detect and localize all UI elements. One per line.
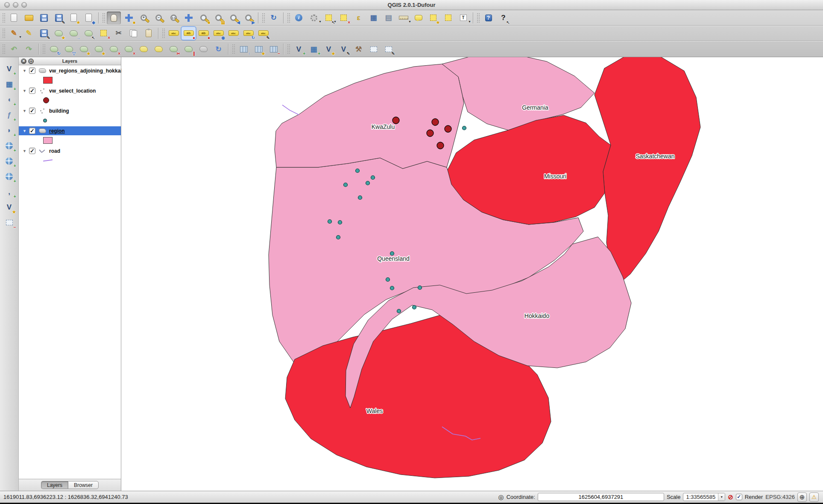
toggle-editing-button[interactable]: ✎ (22, 27, 36, 40)
labeling-button[interactable]: abc (167, 27, 181, 40)
split-features-button[interactable]: ✂ (167, 43, 181, 55)
zoom-to-layer-button[interactable]: ▤ (211, 12, 226, 24)
new-bookmark-button[interactable]: ★ (426, 12, 440, 24)
save-project-as-button[interactable]: ✎ (52, 12, 66, 24)
grass-close-mapset-button[interactable]: − (267, 43, 281, 55)
region-kwazulu[interactable] (275, 64, 464, 169)
grass-display-region-button[interactable] (366, 43, 381, 55)
zoom-last-button[interactable]: ◀ (226, 12, 240, 24)
move-feature-button[interactable]: → (67, 27, 81, 40)
node-tool-button[interactable]: ↖ (82, 27, 96, 40)
render-checkbox[interactable]: ✓ (736, 494, 742, 500)
map-canvas[interactable]: KwaZuluGermaniaMissouriSaskatchewanQueen… (121, 57, 823, 491)
layer-visibility-checkbox[interactable]: ✓ (29, 128, 35, 134)
remove-layer-button[interactable]: − (2, 216, 17, 229)
message-log-button[interactable]: ⚠ (809, 492, 819, 502)
add-ring-button[interactable]: ★ (77, 43, 91, 55)
show-bookmarks-button[interactable] (441, 12, 455, 24)
open-project-button[interactable] (22, 12, 36, 24)
identify-features-button[interactable]: i (292, 12, 306, 24)
zoom-in-button[interactable]: + (137, 12, 151, 24)
add-feature-button[interactable]: ★ (52, 27, 66, 40)
text-annotation-dropdown-icon[interactable]: ▼ (468, 20, 471, 23)
zoom-native-button[interactable]: 1:1 (167, 12, 181, 24)
label-properties-button[interactable]: abc✎ (256, 27, 270, 40)
pin-labels-button[interactable]: abc→ (226, 27, 240, 40)
add-postgis-layer-button[interactable]: ◖+ (2, 93, 17, 106)
deselect-features-button[interactable]: × (337, 12, 351, 24)
cut-features-button[interactable]: ✂ (111, 27, 126, 40)
show-hide-labels-button[interactable]: abc◉ (211, 27, 226, 40)
new-print-composer-button[interactable]: ★ (67, 12, 81, 24)
add-delimited-text-layer-button[interactable]: ,+ (2, 185, 17, 198)
redo-button[interactable]: ↷ (22, 43, 36, 55)
map-svg[interactable]: KwaZuluGermaniaMissouriSaskatchewanQueen… (121, 57, 823, 491)
scale-dropdown-icon[interactable]: ▼ (718, 493, 725, 501)
rotate-point-symbols-button[interactable]: ↻ (211, 43, 226, 55)
stop-render-icon[interactable]: ⊘ (728, 493, 733, 501)
scale-combo[interactable]: 1:33565585 ▼ (683, 493, 725, 501)
zoom-next-button[interactable]: ▶ (241, 12, 255, 24)
composer-manager-button[interactable]: ◆ (82, 12, 96, 24)
add-wfs-layer-button[interactable]: + (2, 170, 17, 183)
paste-features-button[interactable] (141, 27, 155, 40)
grass-add-raster-layer-button[interactable]: ▦+ (307, 43, 321, 55)
rotate-feature-button[interactable]: ↻ (47, 43, 61, 55)
layer-visibility-checkbox[interactable]: ✓ (29, 67, 35, 74)
layer-expander-icon[interactable]: ▼ (22, 89, 27, 93)
add-vector-layer-button[interactable]: V+ (2, 62, 17, 76)
undo-button[interactable]: ↶ (7, 43, 21, 55)
select-by-expression-button[interactable]: ε (351, 12, 366, 24)
add-raster-layer-button[interactable]: ▦+ (2, 78, 17, 91)
label-rotation-button[interactable]: abc↻ (241, 27, 255, 40)
minimize-window-button[interactable] (13, 2, 18, 8)
layer-item-vw_regions_adjoining_hokkaido[interactable]: ▼✓vw_regions_adjoining_hokkaido (19, 66, 121, 75)
merge-features-button[interactable] (196, 43, 211, 55)
field-calculator-button[interactable]: ▤ (381, 12, 395, 24)
mouse-position-icon[interactable]: ◎ (498, 493, 504, 501)
offset-curve-button[interactable] (152, 43, 166, 55)
copy-features-button[interactable] (126, 27, 141, 40)
save-layer-edits-button[interactable]: ✎ (37, 27, 51, 40)
tab-layers[interactable]: Layers (41, 481, 68, 489)
layer-item-building[interactable]: ▼✓building (19, 106, 121, 115)
rotate-label-button[interactable]: ab● (196, 27, 211, 40)
current-edits-dropdown-icon[interactable]: ▼ (19, 35, 22, 38)
layer-item-region[interactable]: ▼✓region (19, 126, 121, 135)
layer-expander-icon[interactable]: ▼ (22, 149, 27, 153)
add-spatialite-layer-button[interactable]: ƒ+ (2, 108, 17, 122)
grass-new-mapset-button[interactable]: ★ (252, 43, 266, 55)
layer-item-vw_select_location[interactable]: ▼✓vw_select_location (19, 86, 121, 95)
pan-map-button[interactable] (107, 12, 121, 24)
move-label-button[interactable]: ab● (182, 27, 196, 40)
grass-open-mapset-button[interactable]: ↑ (237, 43, 251, 55)
layer-visibility-checkbox[interactable]: ✓ (29, 108, 35, 114)
text-annotation-button[interactable]: T▼ (456, 12, 470, 24)
select-features-dropdown-icon[interactable]: ▼ (334, 20, 337, 23)
delete-ring-button[interactable]: × (107, 43, 121, 55)
reshape-features-button[interactable] (137, 43, 151, 55)
open-attribute-table-button[interactable]: ▦ (366, 12, 381, 24)
run-feature-action-dropdown-icon[interactable]: ▼ (319, 20, 322, 23)
run-feature-action-button[interactable]: ▼ (307, 12, 321, 24)
add-wms-layer-button[interactable]: + (2, 139, 17, 152)
region-saskatchewan[interactable] (595, 57, 700, 284)
pan-to-selection-button[interactable]: ■ (122, 12, 136, 24)
layer-expander-icon[interactable]: ▼ (22, 129, 27, 133)
layer-item-road[interactable]: ▼✓road (19, 146, 121, 155)
grass-new-vector-button[interactable]: V★ (322, 43, 336, 55)
measure-button[interactable]: ▼ (396, 12, 410, 24)
delete-part-button[interactable]: × (122, 43, 136, 55)
new-project-button[interactable] (7, 12, 21, 24)
grass-add-vector-layer-button[interactable]: V+ (292, 43, 306, 55)
panel-float-icon[interactable]: ◻ (28, 58, 34, 64)
zoom-to-selection-button[interactable]: ■ (196, 12, 211, 24)
current-edits-button[interactable]: ✎▼ (7, 27, 21, 40)
zoom-out-button[interactable]: − (152, 12, 166, 24)
layer-expander-icon[interactable]: ▼ (22, 109, 27, 113)
grass-edit-vector-button[interactable]: V✎ (337, 43, 351, 55)
coordinate-input[interactable] (538, 493, 664, 501)
zoom-window-button[interactable] (21, 2, 27, 8)
simplify-feature-button[interactable]: ▽ (62, 43, 76, 55)
layer-visibility-checkbox[interactable]: ✓ (29, 148, 35, 154)
